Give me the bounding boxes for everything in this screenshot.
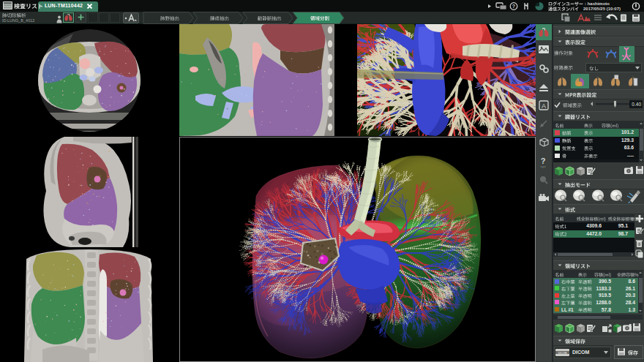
- svg-text:DICOM: DICOM: [558, 352, 567, 355]
- svg-text:A: A: [542, 102, 546, 110]
- svg-text:?: ?: [541, 157, 546, 165]
- svg-text:x.y.z: x.y.z: [541, 165, 546, 168]
- svg-text:?: ?: [512, 4, 515, 9]
